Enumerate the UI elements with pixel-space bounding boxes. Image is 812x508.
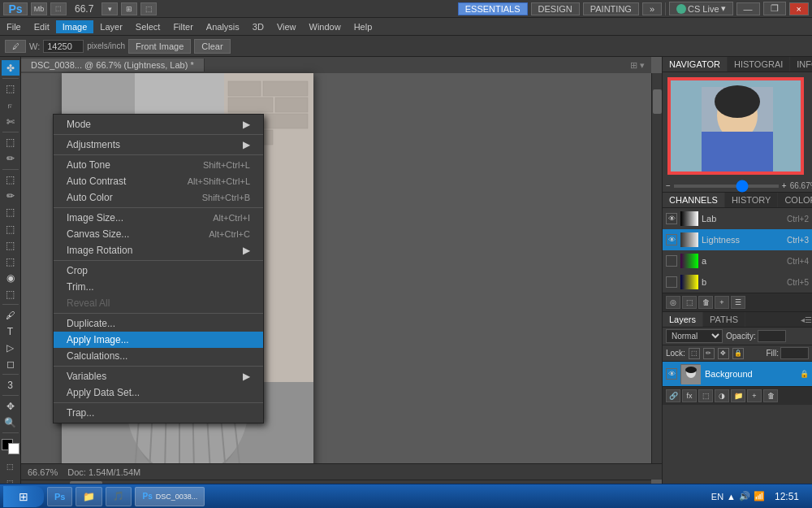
tool-heal[interactable]: ⬚: [2, 172, 19, 188]
mini-bridge-icon[interactable]: Mb: [31, 2, 47, 15]
layer-fx-btn[interactable]: fx: [682, 389, 697, 402]
layer-new-btn[interactable]: +: [747, 389, 762, 402]
channel-lab-eye[interactable]: 👁: [666, 213, 677, 224]
channel-lightness-eye[interactable]: 👁: [666, 234, 677, 245]
channel-b-eye[interactable]: [666, 276, 677, 288]
taskbar-media-btn[interactable]: 🎵: [106, 487, 132, 506]
scrollbar-vertical[interactable]: [651, 73, 662, 480]
minimize-btn[interactable]: —: [736, 2, 760, 15]
layer-adj-btn[interactable]: ◑: [715, 389, 729, 402]
clear-btn[interactable]: Clear: [194, 39, 230, 54]
menu-mode[interactable]: Mode ▶: [54, 116, 263, 132]
channels-new-btn[interactable]: +: [715, 296, 729, 309]
menu-apply-image[interactable]: Apply Image...: [54, 332, 263, 348]
workspace-painting-btn[interactable]: PAINTING: [583, 2, 639, 15]
tab-layers[interactable]: Layers: [663, 312, 703, 327]
tool-pen[interactable]: 🖋: [2, 307, 19, 323]
tab-color[interactable]: COLOR: [778, 193, 812, 207]
menu-auto-contrast[interactable]: Auto Contrast Alt+Shift+Ctrl+L: [54, 173, 263, 189]
layer-trash-btn[interactable]: 🗑: [763, 389, 778, 402]
channels-menu-small-btn[interactable]: ☰: [731, 296, 745, 309]
menu-layer[interactable]: Layer: [93, 20, 129, 33]
menu-analysis[interactable]: Analysis: [200, 20, 246, 33]
screen-mode-icon[interactable]: ⬚: [140, 2, 157, 15]
tool-quickselect[interactable]: ✄: [2, 114, 19, 129]
menu-help[interactable]: Help: [348, 20, 379, 33]
menu-crop[interactable]: Crop: [54, 263, 263, 279]
menu-trim[interactable]: Trim...: [54, 279, 263, 295]
width-input[interactable]: [43, 40, 84, 53]
tool-text[interactable]: T: [2, 323, 19, 339]
layers-menu-btn[interactable]: ☰: [805, 315, 812, 324]
lock-transparent-btn[interactable]: ⬚: [689, 348, 700, 359]
tool-crop[interactable]: ⬚: [2, 135, 19, 150]
layer-link-btn[interactable]: 🔗: [666, 389, 680, 402]
tool-clone[interactable]: ⬚: [2, 205, 19, 220]
tool-preset-picker[interactable]: 🖊: [5, 40, 26, 53]
channels-trash-btn[interactable]: 🗑: [698, 296, 713, 309]
close-btn[interactable]: ×: [789, 2, 809, 15]
arrange-btn[interactable]: ⊞ ▾: [624, 59, 651, 72]
menu-calculations[interactable]: Calculations...: [54, 348, 263, 364]
layer-group-btn[interactable]: 📁: [731, 389, 745, 402]
menu-3d[interactable]: 3D: [246, 20, 270, 33]
blend-mode-select[interactable]: Normal: [666, 329, 723, 343]
tool-blur[interactable]: ◉: [2, 270, 19, 285]
taskbar-file-btn[interactable]: Ps DSC_0038...: [135, 487, 205, 506]
menu-canvas-size[interactable]: Canvas Size... Alt+Ctrl+C: [54, 226, 263, 242]
menu-variables[interactable]: Variables ▶: [54, 368, 263, 384]
taskbar-explorer-btn[interactable]: 📁: [76, 487, 102, 506]
channel-lab[interactable]: 👁 Lab Ctrl+2: [663, 208, 812, 229]
menu-view[interactable]: View: [270, 20, 303, 33]
lock-image-btn[interactable]: ✏: [703, 348, 715, 359]
menu-duplicate[interactable]: Duplicate...: [54, 315, 263, 332]
menu-auto-tone[interactable]: Auto Tone Shift+Ctrl+L: [54, 157, 263, 173]
menu-auto-color[interactable]: Auto Color Shift+Ctrl+B: [54, 189, 263, 206]
document-tab[interactable]: DSC_0038... @ 66.7% (Lightness, Lab) *: [21, 59, 205, 72]
arrange-icon[interactable]: ⊞: [121, 2, 137, 15]
layer-eye-btn[interactable]: 👁: [666, 368, 677, 380]
channel-a[interactable]: a Ctrl+4: [663, 250, 812, 271]
workspace-more-btn[interactable]: »: [642, 2, 662, 15]
menu-apply-data-set[interactable]: Apply Data Set...: [54, 384, 263, 401]
channel-lightness[interactable]: 👁 Lightness Ctrl+3: [663, 229, 812, 250]
menu-filter[interactable]: Filter: [166, 20, 199, 33]
tab-history[interactable]: HISTORY: [725, 193, 779, 207]
layer-background[interactable]: 👁 Background 🔒: [663, 362, 812, 386]
layer-mask-btn[interactable]: ⬚: [698, 389, 713, 402]
tool-gradient[interactable]: ⬚: [2, 254, 19, 269]
tab-navigator[interactable]: NAVIGATOR: [663, 57, 728, 72]
menu-window[interactable]: Window: [303, 20, 348, 33]
tool-shape[interactable]: ◻: [2, 356, 19, 371]
menu-edit[interactable]: Edit: [28, 20, 56, 33]
channel-b[interactable]: b Ctrl+5: [663, 271, 812, 293]
menu-select[interactable]: Select: [129, 20, 167, 33]
tab-info[interactable]: INFO: [790, 57, 812, 72]
opacity-input[interactable]: 100%: [758, 330, 786, 342]
menu-image[interactable]: Image: [56, 20, 94, 33]
front-image-btn[interactable]: Front Image: [128, 39, 191, 54]
taskbar-ps-btn[interactable]: Ps: [47, 487, 72, 506]
tool-zoom[interactable]: 🔍: [2, 415, 19, 430]
tool-path[interactable]: ▷: [2, 340, 19, 355]
cs-live-btn[interactable]: CS Live▾: [669, 2, 733, 15]
start-button[interactable]: ⊞: [3, 486, 44, 507]
channels-dotted-circle-btn[interactable]: ◎: [666, 296, 680, 309]
tab-channels[interactable]: CHANNELS: [663, 193, 725, 207]
restore-btn[interactable]: ❐: [763, 2, 786, 15]
tool-colors[interactable]: [2, 439, 19, 454]
channel-a-eye[interactable]: [666, 255, 677, 267]
zoom-out-icon[interactable]: −: [666, 181, 671, 190]
tool-move[interactable]: ✤: [2, 60, 19, 76]
zoom-in-icon[interactable]: +: [782, 181, 787, 190]
lock-position-btn[interactable]: ✥: [718, 348, 729, 359]
zoom-dropdown-icon[interactable]: ▾: [102, 2, 118, 15]
workspace-essentials-btn[interactable]: ESSENTIALS: [458, 2, 528, 15]
tool-dodge[interactable]: ⬚: [2, 286, 19, 302]
tool-mask-mode[interactable]: ⬚: [2, 458, 19, 474]
tool-lasso[interactable]: ⟔: [2, 98, 19, 113]
menu-file[interactable]: File: [0, 20, 28, 33]
background-color[interactable]: [8, 443, 19, 454]
menu-image-size[interactable]: Image Size... Alt+Ctrl+I: [54, 210, 263, 226]
menu-image-rotation[interactable]: Image Rotation ▶: [54, 242, 263, 258]
